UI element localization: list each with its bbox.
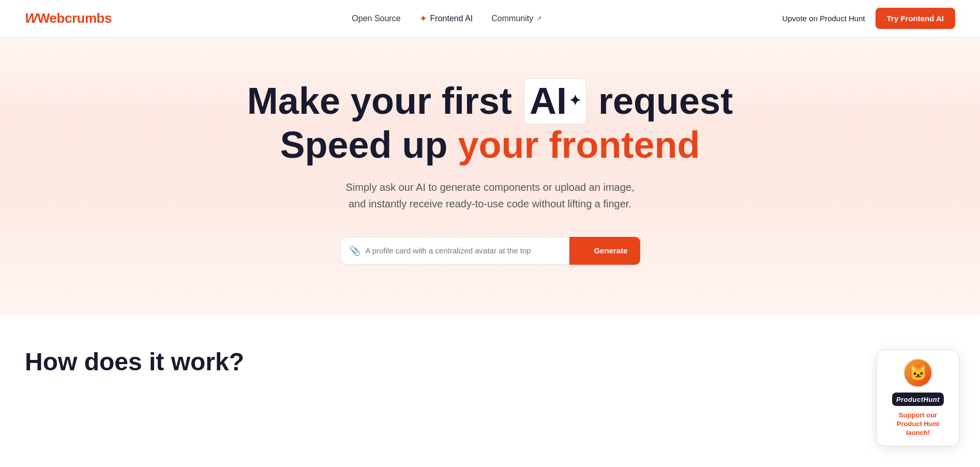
hero-prompt-input[interactable] xyxy=(366,246,562,255)
sparkle-icon: ✦ xyxy=(419,13,427,24)
ph-badge-text: ProductHunt xyxy=(896,396,940,403)
external-link-icon: ↗ xyxy=(536,14,542,22)
product-hunt-widget[interactable]: 🐱 ProductHunt Support our Product Hunt l… xyxy=(877,350,959,446)
navbar-right: Upvote on Product Hunt Try Frontend AI xyxy=(782,8,955,29)
how-section-title: How does it work? xyxy=(25,348,955,376)
upvote-button[interactable]: Upvote on Product Hunt xyxy=(782,14,865,23)
navbar: WWebcrumbs Open Source ✦ Frontend AI Com… xyxy=(0,0,980,37)
ai-text: AI xyxy=(530,80,567,123)
hero-highlight-text: your frontend xyxy=(458,124,700,165)
nav-community[interactable]: Community ↗ xyxy=(491,14,542,23)
generate-button[interactable]: ✦ Generate xyxy=(569,237,640,265)
logo[interactable]: WWebcrumbs xyxy=(25,10,112,26)
attach-icon: 📎 xyxy=(349,245,360,257)
hero-subtitle: Simply ask our AI to generate components… xyxy=(325,179,656,212)
logo-w-letter: W xyxy=(25,10,37,26)
hero-title: Make your first AI✦ request Speed up you… xyxy=(25,79,955,167)
generate-sparkle-icon: ✦ xyxy=(582,245,590,257)
ph-support-text: Support our Product Hunt launch! xyxy=(887,411,948,438)
nav-open-source[interactable]: Open Source xyxy=(352,14,400,23)
ai-badge: AI✦ xyxy=(524,79,586,124)
hero-input-row: 📎 ✦ Generate xyxy=(340,237,640,265)
try-frontend-ai-button[interactable]: Try Frontend AI xyxy=(876,8,955,29)
ph-badge: ProductHunt xyxy=(892,393,944,406)
logo-text: WWebcrumbs xyxy=(25,10,112,26)
how-section: How does it work? xyxy=(0,317,980,397)
ph-avatar: 🐱 xyxy=(903,358,932,387)
ph-avatar-wrapper: 🐱 xyxy=(903,358,932,387)
navbar-center: Open Source ✦ Frontend AI Community ↗ xyxy=(352,13,542,24)
hero-input-wrapper: 📎 xyxy=(340,237,570,265)
ai-sparkle-icon: ✦ xyxy=(569,93,581,109)
nav-frontend-ai[interactable]: ✦ Frontend AI xyxy=(419,13,473,24)
hero-section: Make your first AI✦ request Speed up you… xyxy=(0,37,980,317)
